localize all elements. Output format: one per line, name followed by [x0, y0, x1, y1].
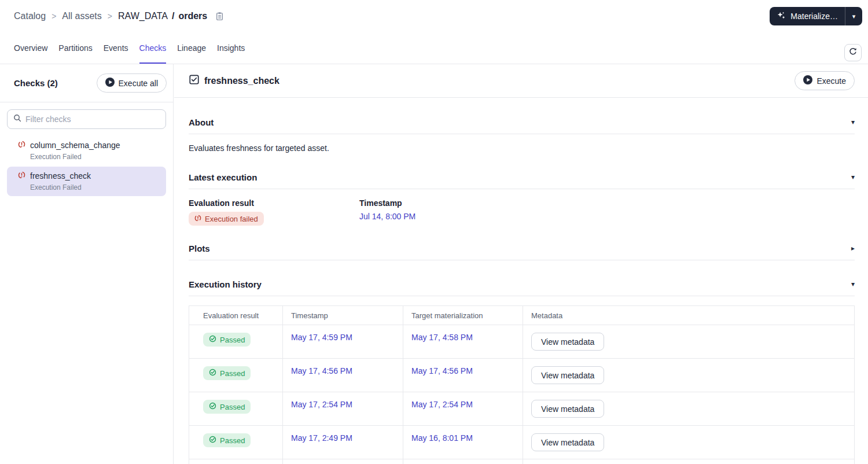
check-item-column-schema-change[interactable]: column_schema_change Execution Failed	[7, 136, 166, 165]
play-icon	[105, 78, 115, 89]
checks-count-title: Checks (2)	[14, 78, 58, 88]
plots-section-header[interactable]: Plots ▸	[189, 242, 855, 255]
tab-lineage[interactable]: Lineage	[177, 32, 206, 64]
check-detail-header: freshness_check Execute	[174, 64, 868, 98]
execution-failed-badge: Execution failed	[189, 212, 264, 226]
passed-badge: Passed	[203, 366, 251, 380]
execute-all-button[interactable]: Execute all	[97, 73, 167, 93]
chevron-right-icon: >	[108, 12, 112, 21]
latest-execution-fields: Evaluation result Execution failed Times…	[189, 198, 855, 226]
view-metadata-button[interactable]: View metadata	[531, 400, 604, 418]
check-title: freshness_check	[204, 76, 279, 86]
materialize-button[interactable]: Materialize…	[770, 7, 845, 25]
check-circle-icon	[209, 402, 216, 411]
section-divider	[189, 296, 855, 296]
topbar: Catalog > All assets > RAW_DATA / orders…	[0, 0, 868, 32]
search-icon	[13, 114, 21, 124]
copy-clipboard-icon[interactable]	[215, 12, 224, 21]
materialize-button-group: Materialize… ▾	[770, 7, 862, 25]
latest-execution-title: Latest execution	[189, 172, 257, 182]
breadcrumb: Catalog > All assets > RAW_DATA / orders	[14, 11, 224, 21]
plots-title: Plots	[189, 244, 210, 253]
caret-down-icon: ▾	[852, 13, 856, 20]
about-description: Evaluates freshness for targeted asset.	[189, 143, 855, 155]
section-divider	[189, 134, 855, 134]
check-detail-panel: freshness_check Execute About ▾ Evaluate…	[174, 64, 868, 464]
passed-badge-label: Passed	[220, 336, 245, 344]
play-icon	[803, 75, 812, 86]
execution-timestamp-link[interactable]: May 17, 4:56 PM	[291, 366, 352, 375]
table-row: Passed May 17, 4:56 PM May 17, 4:56 PM V…	[189, 359, 855, 392]
check-detail-content: About ▾ Evaluates freshness for targeted…	[174, 98, 868, 464]
caret-down-icon[interactable]: ▾	[851, 119, 855, 126]
latest-execution-timestamp-link[interactable]: Jul 14, 8:00 PM	[359, 212, 415, 221]
passed-badge-label: Passed	[220, 436, 245, 445]
materialize-button-label: Materialize…	[790, 12, 838, 21]
breadcrumb-asset-name: orders	[178, 11, 207, 21]
target-materialization-link[interactable]: May 17, 4:56 PM	[411, 366, 473, 375]
column-header-metadata: Metadata	[523, 306, 855, 325]
materialize-dropdown-button[interactable]: ▾	[845, 7, 862, 25]
check-item-name: column_schema_change	[30, 141, 120, 150]
view-metadata-button[interactable]: View metadata	[531, 333, 604, 351]
section-divider	[189, 189, 855, 189]
caret-right-icon[interactable]: ▸	[851, 245, 855, 252]
view-metadata-button[interactable]: View metadata	[531, 433, 604, 451]
latest-execution-section-header[interactable]: Latest execution ▾	[189, 171, 855, 183]
breadcrumb-catalog[interactable]: Catalog	[14, 11, 46, 21]
execution-timestamp-link[interactable]: May 17, 4:59 PM	[291, 333, 352, 342]
table-header-row: Evaluation result Timestamp Target mater…	[189, 306, 855, 325]
breadcrumb-asset-path: RAW_DATA / orders	[118, 11, 207, 21]
caret-down-icon[interactable]: ▾	[851, 281, 855, 288]
evaluation-result-label: Evaluation result	[189, 198, 359, 208]
table-row: Passed May 17, 2:54 PM May 17, 2:54 PM V…	[189, 392, 855, 426]
table-row: Passed May 17, 4:59 PM May 17, 4:58 PM V…	[189, 325, 855, 359]
breadcrumb-slash: /	[172, 11, 174, 21]
filter-checks-input[interactable]	[25, 115, 160, 124]
refresh-button[interactable]	[844, 44, 862, 61]
filter-checks-box	[7, 109, 166, 129]
breadcrumb-asset-group[interactable]: RAW_DATA	[118, 11, 168, 21]
passed-badge: Passed	[203, 333, 251, 347]
target-materialization-link[interactable]: May 16, 8:01 PM	[411, 433, 473, 443]
passed-badge: Passed	[203, 400, 251, 414]
check-circle-icon	[209, 335, 216, 344]
target-materialization-link[interactable]: May 17, 2:54 PM	[411, 400, 473, 409]
tab-insights[interactable]: Insights	[217, 32, 245, 64]
tab-overview[interactable]: Overview	[14, 32, 47, 64]
execution-history-title: Execution history	[189, 279, 262, 289]
tab-events[interactable]: Events	[104, 32, 128, 64]
execution-failed-icon	[194, 215, 201, 223]
passed-badge-label: Passed	[220, 369, 245, 378]
view-metadata-button[interactable]: View metadata	[531, 366, 604, 384]
column-header-target-materialization: Target materialization	[403, 306, 523, 325]
refresh-icon	[848, 47, 858, 58]
check-square-icon	[189, 75, 199, 87]
execution-history-section-header[interactable]: Execution history ▾	[189, 278, 855, 290]
asset-checks-page: Catalog > All assets > RAW_DATA / orders…	[0, 0, 868, 464]
execute-button[interactable]: Execute	[795, 71, 855, 90]
caret-down-icon[interactable]: ▾	[851, 174, 855, 181]
breadcrumb-all-assets[interactable]: All assets	[62, 11, 101, 21]
execution-timestamp-link[interactable]: May 17, 2:54 PM	[291, 400, 352, 409]
chevron-right-icon: >	[52, 12, 56, 21]
tab-partitions[interactable]: Partitions	[58, 32, 92, 64]
asset-tabs: Overview Partitions Events Checks Lineag…	[0, 32, 868, 64]
check-item-status: Execution Failed	[30, 153, 159, 161]
about-title: About	[189, 117, 214, 127]
passed-badge-label: Passed	[220, 403, 245, 411]
execution-failed-badge-label: Execution failed	[205, 215, 258, 223]
about-section-header[interactable]: About ▾	[189, 116, 855, 128]
check-item-freshness-check[interactable]: freshness_check Execution Failed	[7, 167, 166, 196]
execution-history-table: Evaluation result Timestamp Target mater…	[189, 305, 855, 464]
target-materialization-link[interactable]: May 17, 4:58 PM	[411, 333, 473, 342]
execute-label: Execute	[816, 76, 846, 86]
check-item-name: freshness_check	[30, 171, 91, 181]
tab-checks[interactable]: Checks	[139, 32, 167, 64]
timestamp-label: Timestamp	[359, 198, 415, 208]
execution-timestamp-link[interactable]: May 17, 2:49 PM	[291, 433, 352, 443]
column-header-timestamp: Timestamp	[283, 306, 403, 325]
check-circle-icon	[209, 436, 216, 445]
checks-sidebar-header: Checks (2) Execute all	[0, 64, 173, 102]
table-row: Passed May 17, 2:49 PM May 16, 8:01 PM V…	[189, 426, 855, 459]
